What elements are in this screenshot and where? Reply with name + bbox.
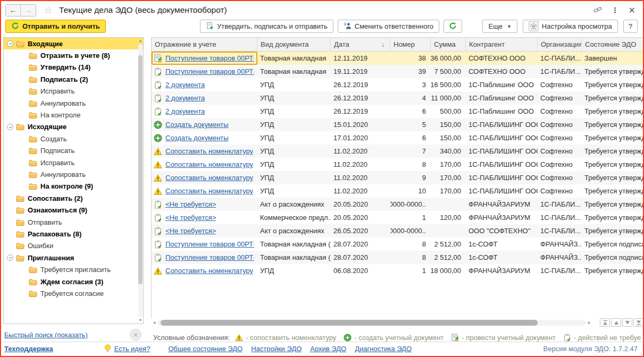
table-row[interactable]: Поступление товаров 00РТ-...Товарная нак… — [152, 65, 644, 78]
table-row[interactable]: Поступление товаров 00РТ-...Товарная нак… — [152, 251, 644, 264]
go-prev-button[interactable] — [611, 318, 621, 327]
sidebar-item[interactable]: Требуется согласие — [4, 287, 143, 299]
link-icon[interactable] — [593, 5, 602, 15]
document-link[interactable]: 2 документа — [165, 81, 205, 89]
approve-sign-send-button[interactable]: Утвердить, подписать и отправить — [200, 20, 333, 33]
table-hscrollbar[interactable]: ◄ ► — [152, 319, 591, 326]
table-row[interactable]: <Не требуется>Коммерческое предл...20.05… — [152, 211, 644, 224]
sidebar-item[interactable]: Ждем согласия (3) — [4, 276, 143, 287]
scroll-left-icon[interactable]: ◄ — [152, 320, 157, 325]
table-row[interactable]: 2 документаУПД26.12.20196500,001С-Паблиш… — [152, 105, 644, 118]
view-settings-button[interactable]: Настройка просмотра — [523, 20, 618, 33]
table-row[interactable]: <Не требуется>Акт о расхождениях26.05.20… — [152, 224, 644, 237]
document-link[interactable]: Поступление товаров 00РТ-... — [165, 240, 254, 248]
sidebar-item[interactable]: Требуется пригласить — [4, 264, 143, 275]
column-header[interactable]: Дата↓ — [331, 38, 390, 51]
sidebar-item[interactable]: Отправить — [4, 216, 143, 228]
footer-link[interactable]: Архив ЭДО — [310, 345, 346, 353]
scroll-down-icon[interactable]: ▼ — [138, 318, 143, 323]
column-header[interactable]: Состояние ЭДО — [582, 38, 644, 51]
document-link[interactable]: Сопоставить номенклатуру — [165, 174, 253, 182]
sidebar-item[interactable]: Сопоставить (2) — [4, 192, 143, 204]
document-link[interactable]: Создать документы — [165, 134, 229, 142]
sidebar-item[interactable]: Распаковать (8) — [4, 228, 143, 240]
table-row[interactable]: Сопоставить номенклатуруУПД06.08.2020118… — [152, 264, 644, 277]
close-icon[interactable]: ✕ — [629, 5, 635, 15]
back-button[interactable]: ← — [6, 5, 21, 16]
document-link[interactable]: 2 документа — [165, 107, 205, 115]
tree-scrollbar-thumb[interactable] — [138, 55, 143, 285]
sidebar-item[interactable]: Исходящие — [4, 121, 143, 133]
table-row[interactable]: <Не требуется>Акт о расхождениях20.05.20… — [152, 198, 644, 211]
document-link[interactable]: Создать документы — [165, 121, 229, 129]
document-link[interactable]: <Не требуется> — [165, 214, 216, 222]
go-next-button[interactable] — [622, 318, 632, 327]
footer-link[interactable]: Общее состояние ЭДО — [168, 345, 242, 353]
sidebar-item[interactable]: Исправить — [4, 86, 143, 97]
sidebar-item[interactable]: Подписать (2) — [4, 73, 143, 85]
sidebar-item[interactable]: Утвердить (14) — [4, 62, 143, 73]
sidebar-item[interactable]: Исправить — [4, 157, 143, 168]
document-link[interactable]: Сопоставить номенклатуру — [165, 160, 253, 168]
sidebar-item[interactable]: Отразить в учете (8) — [4, 49, 143, 61]
table-row[interactable]: Сопоставить номенклатуруУПД11.02.2020917… — [152, 171, 644, 184]
document-link[interactable]: <Не требуется> — [165, 227, 216, 235]
forward-button[interactable]: → — [21, 5, 36, 16]
table-row[interactable]: Сопоставить номенклатуруУПД11.02.2020101… — [152, 184, 644, 198]
tree-scrollbar[interactable] — [138, 44, 143, 317]
column-header[interactable]: Организация — [538, 38, 582, 51]
scroll-right-icon[interactable]: ► — [586, 320, 591, 325]
sidebar-item[interactable]: Приглашения — [4, 252, 143, 264]
footer-link[interactable]: Настройки ЭДО — [251, 345, 302, 353]
sidebar-item[interactable]: На контроле — [4, 109, 143, 121]
table-row[interactable]: Создать документыУПД15.01.20205150,001С-… — [152, 118, 644, 131]
help-button[interactable]: ? — [623, 20, 638, 33]
table-row[interactable]: 2 документаУПД26.12.2019316 500,001С-Паб… — [152, 78, 644, 91]
tree-expander-icon[interactable] — [7, 254, 13, 261]
hscrollbar-thumb[interactable] — [161, 320, 538, 326]
document-link[interactable]: Поступление товаров 00РТ-... — [165, 253, 254, 261]
sidebar-item[interactable]: Входящие — [4, 38, 143, 49]
sidebar-item[interactable]: Создать — [4, 133, 143, 144]
go-last-button[interactable] — [633, 318, 643, 327]
sidebar-item[interactable]: На контроле (9) — [4, 181, 143, 192]
column-header[interactable]: Вид документа — [257, 38, 331, 51]
sidebar-item[interactable]: Ошибки — [4, 240, 143, 252]
kebab-menu-icon[interactable]: ⋮ — [612, 6, 619, 14]
document-link[interactable]: Сопоставить номенклатуру — [165, 147, 253, 155]
column-header[interactable]: Сумма — [431, 38, 466, 51]
document-link[interactable]: Сопоставить номенклатуру — [165, 267, 253, 275]
favorite-star-icon[interactable]: ☆ — [44, 5, 53, 15]
document-link[interactable]: Сопоставить номенклатуру — [165, 187, 253, 195]
sidebar-item[interactable]: Ознакомиться (9) — [4, 204, 143, 216]
tech-support-link[interactable]: Техподдержка — [4, 345, 53, 353]
table-row[interactable]: 2 документаУПД26.12.2019411 000,001С-Паб… — [152, 91, 644, 105]
clear-search-button[interactable]: ✕ — [130, 329, 141, 341]
table-row[interactable]: Сопоставить номенклатуруУПД11.02.2020734… — [152, 144, 644, 158]
change-responsible-button[interactable]: Сменить ответственного — [338, 20, 439, 33]
sidebar-item[interactable]: Аннулировать — [4, 97, 143, 109]
footer-link[interactable]: Диагностика ЭДО — [355, 345, 412, 353]
tree-expander-icon[interactable] — [7, 124, 13, 130]
document-link[interactable]: Поступление товаров 00РТ-... — [165, 67, 254, 75]
sidebar-item[interactable]: Аннулировать — [4, 168, 143, 180]
more-button[interactable]: Еще▼ — [482, 20, 517, 33]
column-header[interactable]: Контрагент — [466, 38, 538, 51]
column-header[interactable]: Номер — [390, 38, 431, 51]
table-row[interactable]: Создать документыУПД17.01.20206150,001С-… — [152, 131, 644, 144]
document-link[interactable]: Поступление товаров 00РТ-... — [165, 54, 254, 62]
table-row[interactable]: Поступление товаров 00РТ-...Товарная нак… — [152, 52, 644, 65]
idea-link[interactable]: Есть идея? — [114, 345, 150, 353]
sidebar-item[interactable]: Подписать — [4, 145, 143, 157]
quick-search-link[interactable]: Быстрый поиск (показать) — [4, 331, 88, 339]
go-first-button[interactable] — [600, 318, 610, 327]
refresh-button[interactable] — [444, 20, 462, 33]
tree-expander-icon[interactable] — [7, 40, 13, 47]
table-row[interactable]: Поступление товаров 00РТ-...Товарная нак… — [152, 237, 644, 251]
send-receive-button[interactable]: Отправить и получить — [5, 20, 106, 33]
scroll-up-icon[interactable]: ▲ — [138, 38, 143, 44]
table-row[interactable]: Сопоставить номенклатуруУПД11.02.2020817… — [152, 158, 644, 171]
column-header[interactable]: Отражение в учете — [152, 38, 257, 51]
document-link[interactable]: 2 документа — [165, 94, 205, 102]
document-link[interactable]: <Не требуется> — [165, 200, 216, 208]
